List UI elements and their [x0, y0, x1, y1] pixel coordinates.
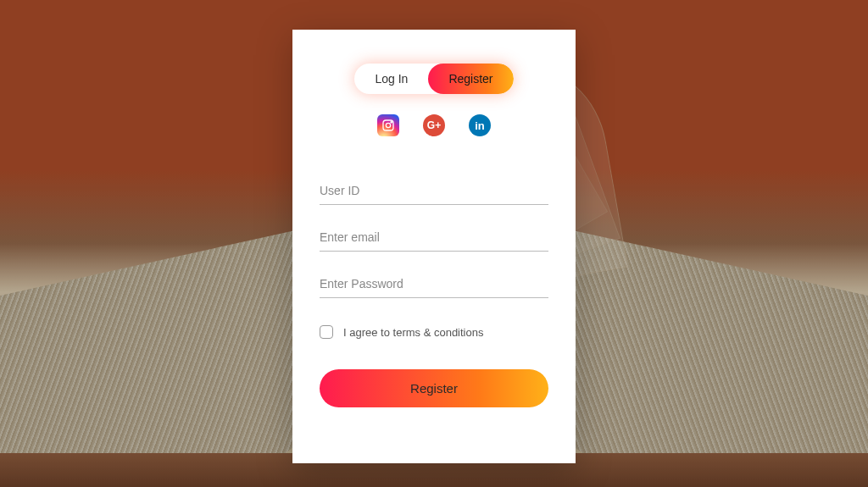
terms-checkbox[interactable] [320, 325, 333, 339]
googleplus-icon[interactable]: G+ [423, 114, 445, 136]
password-field[interactable] [320, 270, 548, 298]
tab-register[interactable]: Register [428, 64, 513, 94]
instagram-icon[interactable] [377, 114, 399, 136]
auth-tabs-inner: Log In Register [354, 64, 513, 94]
userid-field[interactable] [320, 177, 548, 205]
auth-tabs: Log In Register [320, 64, 548, 94]
svg-point-2 [391, 122, 392, 123]
svg-point-1 [386, 123, 390, 127]
social-login-row: G+ in [320, 114, 548, 136]
tab-login[interactable]: Log In [354, 64, 428, 94]
email-field[interactable] [320, 224, 548, 252]
auth-card: Log In Register G+ in I agree to terms &… [292, 30, 576, 463]
register-form: I agree to terms & conditions Register [320, 177, 548, 407]
terms-row: I agree to terms & conditions [320, 325, 548, 339]
register-button[interactable]: Register [320, 369, 548, 407]
linkedin-icon[interactable]: in [469, 114, 491, 136]
terms-label: I agree to terms & conditions [343, 326, 483, 339]
